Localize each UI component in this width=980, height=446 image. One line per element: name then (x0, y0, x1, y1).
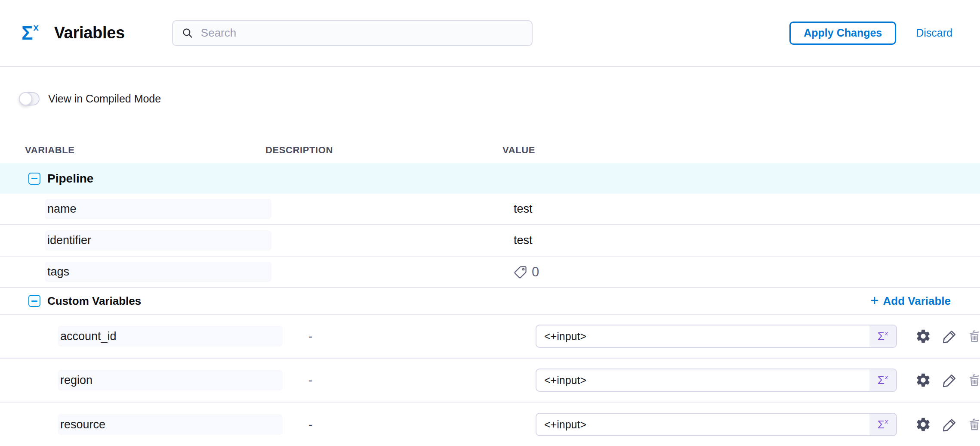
group-left: Pipeline (0, 172, 93, 186)
description-value: - (283, 374, 312, 387)
value-input-region[interactable]: <+input> Σx (536, 369, 897, 392)
app-header: Σx Variables Apply Changes Discard (0, 0, 980, 67)
runtime-input-value: <+input> (536, 414, 869, 435)
table-row-tags: tags 0 (0, 257, 980, 288)
settings-gear-icon[interactable] (915, 416, 931, 433)
column-header-description: DESCRIPTION (265, 145, 502, 156)
group-label-pipeline: Pipeline (47, 172, 93, 186)
collapse-minus-icon[interactable] (28, 173, 40, 185)
column-header-value: VALUE (502, 145, 980, 156)
group-row-pipeline: Pipeline (0, 163, 980, 194)
value-input-resource[interactable]: <+input> Σx (536, 413, 897, 436)
table-row-resource: resource - <+input> Σx (0, 403, 980, 446)
tag-count: 0 (532, 264, 539, 280)
collapse-minus-icon[interactable] (28, 295, 40, 307)
search-box[interactable] (172, 20, 533, 46)
sigma-expression-badge-icon[interactable]: Σx (869, 369, 896, 391)
value-name: test (514, 202, 533, 216)
group-left: Custom Variables (0, 294, 141, 308)
runtime-input-value: <+input> (536, 369, 869, 391)
sigma-expression-badge-icon[interactable]: Σx (869, 414, 896, 435)
sigma-expression-badge-icon[interactable]: Σx (869, 325, 896, 347)
table-row-identifier: identifier test (0, 225, 980, 257)
group-row-custom-variables: Custom Variables + Add Variable (0, 288, 980, 315)
value-input-account-id[interactable]: <+input> Σx (536, 325, 897, 348)
variables-table: VARIABLE DESCRIPTION VALUE Pipeline name… (0, 137, 980, 446)
add-variable-label: Add Variable (883, 294, 951, 308)
variable-resource-field: resource (58, 414, 283, 435)
variable-identifier-field: identifier (45, 230, 271, 251)
delete-trash-icon[interactable] (967, 417, 980, 432)
tag-icon (514, 265, 527, 279)
table-row-name: name test (0, 194, 980, 225)
apply-changes-button[interactable]: Apply Changes (789, 22, 896, 45)
add-variable-button[interactable]: + Add Variable (870, 294, 951, 308)
variable-region-field: region (58, 370, 283, 390)
variable-account-id-field: account_id (58, 326, 283, 347)
table-header-row: VARIABLE DESCRIPTION VALUE (0, 137, 980, 163)
table-row-account-id: account_id - <+input> Σx (0, 315, 980, 359)
variable-tags-field: tags (45, 262, 271, 282)
edit-pencil-icon[interactable] (942, 417, 958, 433)
runtime-input-value: <+input> (536, 325, 869, 347)
discard-button[interactable]: Discard (916, 27, 952, 39)
settings-gear-icon[interactable] (915, 372, 931, 388)
tags-value: 0 (514, 264, 539, 280)
description-value: - (283, 330, 312, 343)
description-value: - (283, 418, 312, 431)
column-header-variable: VARIABLE (0, 145, 265, 156)
edit-pencil-icon[interactable] (942, 372, 958, 388)
search-input[interactable] (200, 26, 523, 40)
delete-trash-icon[interactable] (967, 329, 980, 344)
compiled-mode-row: View in Compiled Mode (19, 92, 980, 106)
value-identifier: test (514, 234, 533, 247)
page-title: Variables (54, 24, 125, 42)
variable-name-field: name (45, 199, 271, 219)
group-label-custom-variables: Custom Variables (47, 294, 141, 308)
search-icon (182, 27, 193, 39)
table-row-region: region - <+input> Σx (0, 359, 980, 403)
sigma-x-logo-icon: Σx (22, 24, 39, 43)
toggle-knob (19, 92, 32, 105)
edit-pencil-icon[interactable] (942, 328, 958, 344)
settings-gear-icon[interactable] (915, 328, 931, 344)
delete-trash-icon[interactable] (967, 373, 980, 387)
compiled-mode-label: View in Compiled Mode (48, 93, 161, 105)
compiled-mode-toggle[interactable] (19, 92, 40, 105)
